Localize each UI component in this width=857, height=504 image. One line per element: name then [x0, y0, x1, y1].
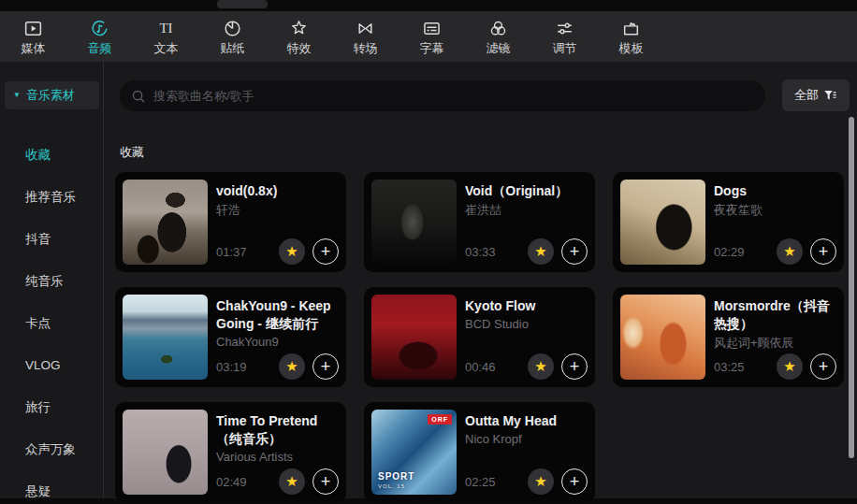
- song-artist: Various Artists: [216, 450, 339, 464]
- song-duration: 02:49: [216, 475, 247, 489]
- sidebar-item-label: 卡点: [25, 315, 51, 332]
- album-thumbnail-horse-rider: [123, 180, 208, 265]
- song-duration: 03:19: [216, 360, 247, 374]
- song-title: Void（Original）: [465, 182, 588, 200]
- star-icon: ★: [534, 244, 546, 258]
- toolbar-item-effects[interactable]: 特效: [266, 11, 332, 62]
- add-button[interactable]: +: [312, 238, 339, 265]
- star-icon: ★: [285, 474, 298, 488]
- titlebar: [0, 0, 857, 11]
- music-card[interactable]: ChakYoun9 - Keep Going - 继续前行ChakYoun903…: [115, 287, 346, 387]
- song-duration: 03:33: [465, 245, 496, 259]
- toolbar-item-subtitle[interactable]: 字幕: [399, 11, 465, 62]
- song-title: Outta My Head: [465, 412, 588, 430]
- sidebar-item-label: 众声万象: [25, 441, 76, 458]
- content-area: ▼ 音乐素材 收藏推荐音乐抖音纯音乐卡点VLOG旅行众声万象悬疑 全部 收藏 v…: [0, 62, 857, 498]
- album-thumbnail-brick-wall: [123, 410, 208, 495]
- favorite-button[interactable]: ★: [777, 238, 803, 265]
- search-icon: [131, 89, 146, 104]
- toolbar-item-audio[interactable]: 音频: [66, 11, 133, 62]
- scrollbar-thumb[interactable]: [849, 117, 854, 458]
- song-artist: 轩浩: [216, 202, 339, 219]
- thumb-overlay-subtitle: VOL. 15: [378, 483, 405, 489]
- text-icon: TI: [156, 18, 177, 38]
- music-card[interactable]: Void（Original）崔洪喆03:33★+: [364, 172, 595, 272]
- sidebar-group-music-materials[interactable]: ▼ 音乐素材: [5, 81, 99, 109]
- song-duration: 02:29: [714, 245, 745, 259]
- favorite-button[interactable]: ★: [279, 353, 305, 380]
- toolbar-item-adjust[interactable]: 调节: [531, 11, 598, 62]
- sidebar-item-4[interactable]: 纯音乐: [0, 260, 103, 302]
- caret-down-icon: ▼: [13, 92, 21, 99]
- star-icon: ★: [783, 359, 795, 373]
- favorite-button[interactable]: ★: [528, 468, 554, 495]
- toolbar-item-media[interactable]: 媒体: [0, 11, 66, 62]
- sidebar-item-7[interactable]: 旅行: [0, 386, 103, 428]
- favorite-button[interactable]: ★: [279, 468, 305, 495]
- sidebar-item-6[interactable]: VLOG: [0, 344, 103, 386]
- template-icon: [621, 18, 642, 38]
- sidebar-item-5[interactable]: 卡点: [0, 302, 103, 344]
- sticker-icon: [223, 18, 243, 38]
- sidebar-item-2[interactable]: 推荐音乐: [0, 176, 103, 218]
- effects-icon: [289, 18, 310, 38]
- favorite-button[interactable]: ★: [777, 353, 803, 380]
- add-button[interactable]: +: [561, 238, 588, 265]
- thumb-overlay-title: SPORT: [378, 471, 414, 482]
- toolbar-item-transition[interactable]: 转场: [332, 11, 399, 62]
- sidebar-item-label: 收藏: [25, 147, 51, 164]
- favorite-button[interactable]: ★: [279, 238, 305, 265]
- sidebar-item-label: VLOG: [25, 358, 61, 372]
- album-thumbnail-sport-album: ORFSPORTVOL. 15: [371, 410, 457, 495]
- filter-all-button[interactable]: 全部: [782, 79, 850, 111]
- song-title: void(0.8x): [216, 182, 339, 200]
- favorite-button[interactable]: ★: [528, 238, 554, 265]
- add-button[interactable]: +: [312, 468, 339, 495]
- toolbar-item-text[interactable]: TI文本: [133, 11, 199, 62]
- sidebar-item-label: 抖音: [25, 231, 51, 248]
- subtitle-icon: [422, 18, 443, 38]
- search-input[interactable]: [153, 89, 754, 103]
- filter-funnel-icon: [822, 88, 837, 103]
- thumb-badge: ORF: [428, 414, 452, 425]
- sidebar: ▼ 音乐素材 收藏推荐音乐抖音纯音乐卡点VLOG旅行众声万象悬疑: [0, 62, 104, 498]
- toolbar-item-label: 模板: [619, 40, 644, 57]
- music-card[interactable]: Dogs夜夜笙歌02:29★+: [613, 172, 844, 272]
- section-title: 收藏: [120, 144, 144, 161]
- audio-icon: [90, 18, 110, 38]
- sidebar-item-9[interactable]: 悬疑: [0, 470, 103, 504]
- transition-icon: [356, 18, 376, 38]
- star-icon: ★: [285, 359, 298, 373]
- song-title: Dogs: [714, 182, 836, 200]
- add-button[interactable]: +: [810, 238, 836, 265]
- filter-button-label: 全部: [794, 87, 819, 104]
- music-card[interactable]: Kyoto FlowBCD Studio00:46★+: [364, 287, 595, 387]
- toolbar-item-label: 转场: [354, 40, 378, 57]
- song-duration: 02:25: [465, 475, 496, 489]
- album-thumbnail-mountain-lake: [123, 295, 208, 380]
- music-card[interactable]: Time To Pretend（纯音乐）Various Artists02:49…: [115, 402, 346, 502]
- sidebar-group-label: 音乐素材: [26, 87, 75, 104]
- toolbar-item-filter[interactable]: 滤镜: [465, 11, 531, 62]
- search-box: [120, 80, 765, 111]
- album-thumbnail-red-drums: [371, 295, 457, 380]
- sidebar-item-label: 纯音乐: [25, 273, 64, 290]
- add-button[interactable]: +: [810, 353, 836, 380]
- add-button[interactable]: +: [312, 353, 339, 380]
- favorite-button[interactable]: ★: [528, 353, 554, 380]
- toolbar-item-template[interactable]: 模板: [598, 11, 664, 62]
- music-card[interactable]: ORFSPORTVOL. 15Outta My HeadNico Kropf02…: [364, 402, 595, 502]
- song-artist: 崔洪喆: [465, 202, 588, 219]
- add-button[interactable]: +: [561, 353, 588, 380]
- main-panel: 全部 收藏 void(0.8x)轩浩01:37★+Void（Original）崔…: [105, 62, 857, 498]
- sidebar-item-8[interactable]: 众声万象: [0, 428, 103, 470]
- adjust-icon: [555, 18, 575, 38]
- sidebar-item-3[interactable]: 抖音: [0, 218, 103, 260]
- song-artist: BCD Studio: [465, 317, 588, 331]
- sidebar-item-1[interactable]: 收藏: [0, 134, 103, 176]
- app-window: 媒体音频TI文本贴纸特效转场字幕滤镜调节模板 ▼ 音乐素材 收藏推荐音乐抖音纯音…: [0, 0, 857, 504]
- music-card[interactable]: void(0.8x)轩浩01:37★+: [115, 172, 346, 272]
- music-card[interactable]: Morsmordre（抖音热搜）风起词+顾依辰03:25★+: [613, 287, 844, 387]
- add-button[interactable]: +: [561, 468, 588, 495]
- toolbar-item-sticker[interactable]: 贴纸: [199, 11, 266, 62]
